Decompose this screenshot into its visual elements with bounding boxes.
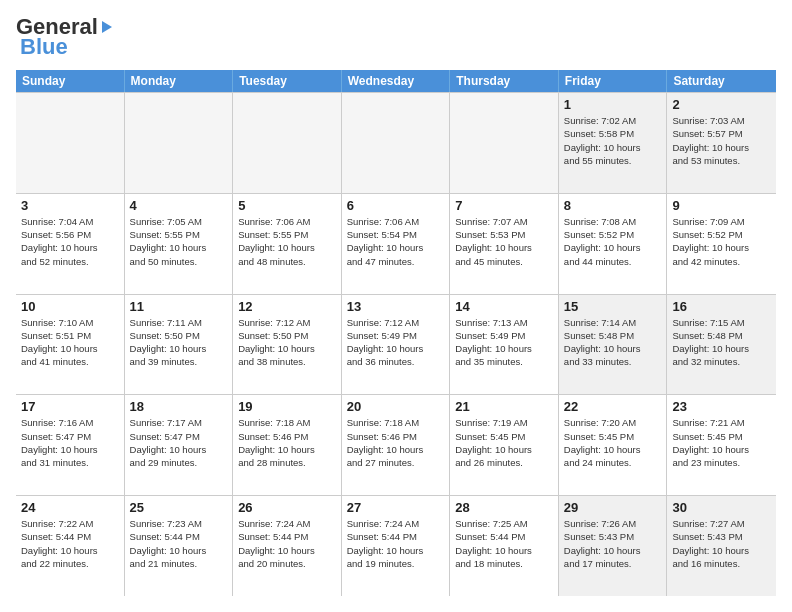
day-info: Sunrise: 7:16 AM Sunset: 5:47 PM Dayligh… [21,416,119,469]
day-number: 9 [672,198,771,213]
calendar-cell: 28Sunrise: 7:25 AM Sunset: 5:44 PM Dayli… [450,496,559,596]
calendar-header: SundayMondayTuesdayWednesdayThursdayFrid… [16,70,776,92]
day-info: Sunrise: 7:06 AM Sunset: 5:54 PM Dayligh… [347,215,445,268]
calendar-cell: 20Sunrise: 7:18 AM Sunset: 5:46 PM Dayli… [342,395,451,495]
day-info: Sunrise: 7:03 AM Sunset: 5:57 PM Dayligh… [672,114,771,167]
day-info: Sunrise: 7:15 AM Sunset: 5:48 PM Dayligh… [672,316,771,369]
day-info: Sunrise: 7:27 AM Sunset: 5:43 PM Dayligh… [672,517,771,570]
day-info: Sunrise: 7:23 AM Sunset: 5:44 PM Dayligh… [130,517,228,570]
calendar-cell: 17Sunrise: 7:16 AM Sunset: 5:47 PM Dayli… [16,395,125,495]
day-info: Sunrise: 7:12 AM Sunset: 5:50 PM Dayligh… [238,316,336,369]
calendar-cell: 19Sunrise: 7:18 AM Sunset: 5:46 PM Dayli… [233,395,342,495]
day-number: 8 [564,198,662,213]
calendar-cell: 25Sunrise: 7:23 AM Sunset: 5:44 PM Dayli… [125,496,234,596]
day-info: Sunrise: 7:21 AM Sunset: 5:45 PM Dayligh… [672,416,771,469]
calendar-row: 24Sunrise: 7:22 AM Sunset: 5:44 PM Dayli… [16,495,776,596]
day-number: 27 [347,500,445,515]
calendar-cell: 5Sunrise: 7:06 AM Sunset: 5:55 PM Daylig… [233,194,342,294]
day-number: 28 [455,500,553,515]
logo-arrow-icon [102,21,112,33]
day-number: 2 [672,97,771,112]
day-number: 26 [238,500,336,515]
calendar-body: 1Sunrise: 7:02 AM Sunset: 5:58 PM Daylig… [16,92,776,596]
day-info: Sunrise: 7:24 AM Sunset: 5:44 PM Dayligh… [347,517,445,570]
day-info: Sunrise: 7:05 AM Sunset: 5:55 PM Dayligh… [130,215,228,268]
weekday-header: Tuesday [233,70,342,92]
calendar-cell: 16Sunrise: 7:15 AM Sunset: 5:48 PM Dayli… [667,295,776,395]
day-number: 20 [347,399,445,414]
weekday-header: Thursday [450,70,559,92]
calendar-cell: 8Sunrise: 7:08 AM Sunset: 5:52 PM Daylig… [559,194,668,294]
calendar-cell: 1Sunrise: 7:02 AM Sunset: 5:58 PM Daylig… [559,93,668,193]
day-info: Sunrise: 7:26 AM Sunset: 5:43 PM Dayligh… [564,517,662,570]
day-number: 18 [130,399,228,414]
calendar-cell [233,93,342,193]
calendar-cell: 2Sunrise: 7:03 AM Sunset: 5:57 PM Daylig… [667,93,776,193]
day-number: 12 [238,299,336,314]
calendar-row: 17Sunrise: 7:16 AM Sunset: 5:47 PM Dayli… [16,394,776,495]
calendar-cell: 22Sunrise: 7:20 AM Sunset: 5:45 PM Dayli… [559,395,668,495]
day-number: 6 [347,198,445,213]
calendar-cell [125,93,234,193]
day-info: Sunrise: 7:10 AM Sunset: 5:51 PM Dayligh… [21,316,119,369]
calendar-cell [342,93,451,193]
day-number: 16 [672,299,771,314]
day-number: 17 [21,399,119,414]
calendar-row: 3Sunrise: 7:04 AM Sunset: 5:56 PM Daylig… [16,193,776,294]
day-number: 13 [347,299,445,314]
day-info: Sunrise: 7:08 AM Sunset: 5:52 PM Dayligh… [564,215,662,268]
day-number: 11 [130,299,228,314]
calendar: SundayMondayTuesdayWednesdayThursdayFrid… [16,70,776,596]
calendar-cell: 21Sunrise: 7:19 AM Sunset: 5:45 PM Dayli… [450,395,559,495]
calendar-cell: 14Sunrise: 7:13 AM Sunset: 5:49 PM Dayli… [450,295,559,395]
day-info: Sunrise: 7:07 AM Sunset: 5:53 PM Dayligh… [455,215,553,268]
day-number: 25 [130,500,228,515]
day-number: 10 [21,299,119,314]
day-number: 19 [238,399,336,414]
weekday-header: Wednesday [342,70,451,92]
calendar-cell: 4Sunrise: 7:05 AM Sunset: 5:55 PM Daylig… [125,194,234,294]
page: General Blue SundayMondayTuesdayWednesda… [0,0,792,612]
calendar-cell: 26Sunrise: 7:24 AM Sunset: 5:44 PM Dayli… [233,496,342,596]
day-info: Sunrise: 7:12 AM Sunset: 5:49 PM Dayligh… [347,316,445,369]
calendar-row: 10Sunrise: 7:10 AM Sunset: 5:51 PM Dayli… [16,294,776,395]
calendar-cell: 24Sunrise: 7:22 AM Sunset: 5:44 PM Dayli… [16,496,125,596]
calendar-cell: 29Sunrise: 7:26 AM Sunset: 5:43 PM Dayli… [559,496,668,596]
day-info: Sunrise: 7:09 AM Sunset: 5:52 PM Dayligh… [672,215,771,268]
day-info: Sunrise: 7:02 AM Sunset: 5:58 PM Dayligh… [564,114,662,167]
day-number: 4 [130,198,228,213]
weekday-header: Sunday [16,70,125,92]
calendar-cell: 23Sunrise: 7:21 AM Sunset: 5:45 PM Dayli… [667,395,776,495]
day-number: 7 [455,198,553,213]
calendar-cell: 13Sunrise: 7:12 AM Sunset: 5:49 PM Dayli… [342,295,451,395]
weekday-header: Monday [125,70,234,92]
logo: General Blue [16,16,112,60]
day-info: Sunrise: 7:19 AM Sunset: 5:45 PM Dayligh… [455,416,553,469]
day-info: Sunrise: 7:20 AM Sunset: 5:45 PM Dayligh… [564,416,662,469]
calendar-cell: 30Sunrise: 7:27 AM Sunset: 5:43 PM Dayli… [667,496,776,596]
day-number: 1 [564,97,662,112]
logo-blue: Blue [20,34,68,60]
day-info: Sunrise: 7:13 AM Sunset: 5:49 PM Dayligh… [455,316,553,369]
calendar-cell: 10Sunrise: 7:10 AM Sunset: 5:51 PM Dayli… [16,295,125,395]
day-number: 15 [564,299,662,314]
calendar-cell: 11Sunrise: 7:11 AM Sunset: 5:50 PM Dayli… [125,295,234,395]
day-info: Sunrise: 7:22 AM Sunset: 5:44 PM Dayligh… [21,517,119,570]
day-info: Sunrise: 7:18 AM Sunset: 5:46 PM Dayligh… [238,416,336,469]
day-info: Sunrise: 7:25 AM Sunset: 5:44 PM Dayligh… [455,517,553,570]
weekday-header: Friday [559,70,668,92]
day-info: Sunrise: 7:18 AM Sunset: 5:46 PM Dayligh… [347,416,445,469]
header: General Blue [16,16,776,60]
day-number: 24 [21,500,119,515]
day-number: 23 [672,399,771,414]
calendar-cell: 15Sunrise: 7:14 AM Sunset: 5:48 PM Dayli… [559,295,668,395]
calendar-cell: 3Sunrise: 7:04 AM Sunset: 5:56 PM Daylig… [16,194,125,294]
day-number: 29 [564,500,662,515]
calendar-cell: 18Sunrise: 7:17 AM Sunset: 5:47 PM Dayli… [125,395,234,495]
calendar-cell: 27Sunrise: 7:24 AM Sunset: 5:44 PM Dayli… [342,496,451,596]
calendar-cell: 12Sunrise: 7:12 AM Sunset: 5:50 PM Dayli… [233,295,342,395]
calendar-cell: 9Sunrise: 7:09 AM Sunset: 5:52 PM Daylig… [667,194,776,294]
day-number: 21 [455,399,553,414]
calendar-cell [16,93,125,193]
day-info: Sunrise: 7:17 AM Sunset: 5:47 PM Dayligh… [130,416,228,469]
